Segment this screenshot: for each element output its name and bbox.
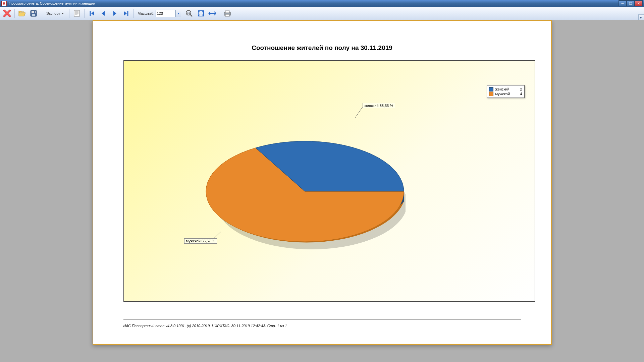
legend-row-male: мужской 4 — [489, 92, 522, 96]
fit-page-icon — [197, 10, 205, 17]
toolbar-separator — [84, 9, 85, 18]
minimize-button[interactable]: ─ — [619, 0, 627, 6]
toolbar-separator — [14, 9, 15, 18]
chevron-left-icon — [100, 10, 107, 17]
first-page-icon — [88, 10, 96, 17]
chart-legend: женский 2 мужской 4 — [487, 85, 525, 98]
window-title: Просмотр отчета. Соотношение мужчин и же… — [9, 1, 619, 5]
maximize-button[interactable]: ❐ — [627, 0, 635, 6]
legend-swatch-male — [489, 92, 493, 96]
report-page: Соотношение жителей по полу на 30.11.201… — [93, 20, 552, 345]
first-page-button[interactable] — [87, 8, 97, 18]
zoom-actual-button[interactable]: 1:1 — [184, 8, 195, 18]
window-close-button[interactable]: ✕ — [635, 0, 643, 6]
printer-icon — [223, 10, 232, 17]
chevron-down-icon[interactable]: ▼ — [176, 10, 181, 17]
pie-chart — [204, 101, 406, 258]
svg-rect-2 — [32, 14, 35, 16]
last-page-button[interactable] — [121, 8, 131, 18]
export-button[interactable]: Экспорт ▼ — [44, 8, 67, 18]
footer-divider — [123, 319, 521, 319]
legend-row-female: женский 2 — [489, 87, 522, 92]
svg-rect-1 — [32, 11, 36, 13]
svg-text:1:1: 1:1 — [187, 12, 191, 14]
toolbar: Экспорт ▼ Масштаб: ▼ 1:1 — [0, 7, 644, 20]
chevron-down-icon: ▼ — [61, 12, 64, 15]
svg-rect-3 — [34, 11, 35, 13]
close-report-button[interactable] — [2, 8, 12, 18]
open-button[interactable] — [17, 8, 27, 18]
close-icon — [3, 9, 11, 17]
prev-page-button[interactable] — [98, 8, 108, 18]
save-button[interactable] — [29, 8, 39, 18]
zoom-combo[interactable] — [156, 10, 176, 17]
app-icon: R — [1, 1, 7, 6]
floppy-disk-icon — [30, 10, 37, 17]
svg-rect-14 — [225, 11, 229, 13]
last-page-icon — [122, 10, 130, 17]
toolbar-separator — [220, 9, 220, 18]
footer-text: ИАС Паспортный стол v4.3.0.1001. (c) 201… — [123, 324, 287, 328]
print-button[interactable] — [222, 8, 232, 18]
window-buttons: ─ ❐ ✕ — [619, 0, 643, 6]
zoom-fit-button[interactable] — [196, 8, 206, 18]
svg-rect-4 — [74, 10, 79, 16]
legend-label-female: женский — [495, 87, 516, 92]
zoom-width-button[interactable] — [207, 8, 217, 18]
chevron-right-icon — [111, 10, 118, 17]
legend-value-female: 2 — [518, 87, 522, 92]
report-viewport[interactable]: Соотношение жителей по полу на 30.11.201… — [0, 20, 644, 362]
toolbar-separator — [69, 9, 69, 18]
legend-swatch-female — [489, 87, 493, 92]
svg-rect-15 — [225, 14, 229, 16]
chart-title: Соотношение жителей по полу на 30.11.201… — [93, 44, 551, 52]
toolbar-separator — [41, 9, 41, 18]
fit-width-icon — [208, 10, 217, 17]
export-label: Экспорт — [46, 11, 60, 15]
legend-value-male: 4 — [518, 92, 522, 96]
legend-label-male: мужской — [495, 92, 516, 96]
svg-line-10 — [190, 14, 192, 16]
next-page-button[interactable] — [110, 8, 120, 18]
slice-label-female: женский 33,33 % — [363, 103, 395, 108]
toolbar-separator — [133, 9, 134, 18]
window-titlebar: R Просмотр отчета. Соотношение мужчин и … — [0, 0, 644, 7]
slice-label-male: мужской 66,67 % — [184, 238, 217, 244]
scroll-right-arrow[interactable]: ▸ — [638, 14, 644, 20]
page-setup-button[interactable] — [72, 8, 82, 18]
zoom-label: Масштаб: — [138, 11, 154, 15]
page-icon — [73, 10, 80, 17]
magnifier-1to1-icon: 1:1 — [185, 10, 194, 17]
folder-open-icon — [18, 10, 26, 17]
chart-area: женский 33,33 % мужской 66,67 % женский … — [123, 60, 535, 302]
